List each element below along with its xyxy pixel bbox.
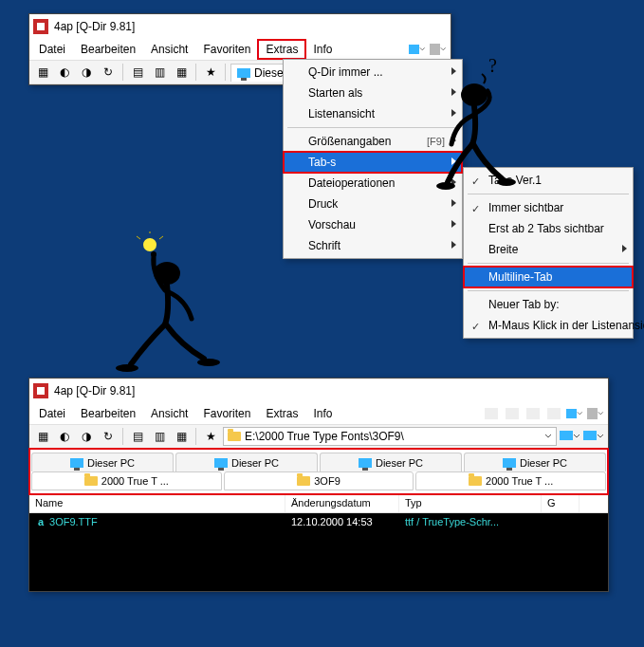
- svg-line-7: [159, 236, 163, 239]
- menu-item[interactable]: Druck: [284, 194, 462, 214]
- tb-grid-2[interactable]: ▥: [150, 63, 169, 82]
- address-text: E:\2000 True Type Fonts\3OF9\: [245, 430, 404, 443]
- figure-idea: [112, 231, 226, 383]
- menu-item[interactable]: Erst ab 2 Tabs sichtbar: [464, 218, 633, 239]
- menu-info[interactable]: Info: [305, 404, 340, 423]
- tb-nav-back[interactable]: ◐: [55, 63, 74, 82]
- list-header: NameÄnderungsdatumTypG: [29, 494, 608, 513]
- tb-grid-1[interactable]: ▤: [128, 63, 147, 82]
- drive-pick-icon[interactable]: [560, 430, 580, 443]
- tb-nav-fwd[interactable]: ◑: [77, 427, 96, 446]
- menu-favoriten[interactable]: Favoriten: [195, 40, 258, 59]
- app-icon: [33, 383, 48, 398]
- menu-bearbeiten[interactable]: Bearbeiten: [73, 404, 143, 423]
- menubar: Datei Bearbeiten Ansicht Favoriten Extra…: [29, 39, 451, 60]
- svg-point-11: [197, 359, 220, 366]
- tb-grid-2[interactable]: ▥: [150, 427, 169, 446]
- monitor-icon: [237, 68, 250, 78]
- tb-grid-1[interactable]: ▤: [128, 427, 147, 446]
- menu-item[interactable]: Q-Dir immer ...: [284, 62, 462, 83]
- tab-dieser-pc[interactable]: Diese: [230, 64, 290, 82]
- menu-extras[interactable]: Extras: [258, 404, 305, 423]
- drive-pick-2-icon[interactable]: [583, 430, 604, 443]
- menu-info[interactable]: Info: [305, 40, 340, 59]
- titlebar: 4ap [Q-Dir 9.81]: [29, 14, 451, 39]
- layout-2-icon[interactable]: [504, 405, 521, 422]
- column-size[interactable]: G: [542, 495, 580, 512]
- monitor-icon: [70, 458, 83, 468]
- column-type[interactable]: Typ: [399, 495, 542, 512]
- layout-3-icon[interactable]: [524, 405, 542, 422]
- svg-point-2: [436, 182, 455, 190]
- folder-icon: [469, 476, 482, 486]
- svg-point-10: [116, 364, 138, 372]
- tb-grid-3[interactable]: ▦: [172, 63, 191, 82]
- tab[interactable]: Dieser PC: [31, 453, 174, 471]
- monitor-icon: [214, 458, 228, 468]
- menu-item[interactable]: Tab-s: [284, 152, 462, 173]
- tb-star[interactable]: ★: [201, 63, 220, 82]
- layout-1-icon[interactable]: [483, 405, 500, 422]
- column-name[interactable]: Name: [29, 495, 285, 512]
- menu-item[interactable]: Vorschau: [284, 214, 462, 235]
- tb-nav-back[interactable]: ◐: [55, 427, 74, 446]
- monitor-icon: [359, 458, 372, 468]
- menu-favoriten[interactable]: Favoriten: [195, 404, 258, 423]
- menu-bearbeiten[interactable]: Bearbeiten: [73, 40, 143, 59]
- menu-datei[interactable]: Datei: [31, 404, 73, 423]
- svg-line-6: [137, 236, 140, 239]
- menubar: Datei Bearbeiten Ansicht Favoriten Extra…: [29, 403, 608, 424]
- window-title: 4ap [Q-Dir 9.81]: [54, 20, 135, 33]
- tab[interactable]: Dieser PC: [464, 453, 606, 471]
- menu-item[interactable]: Listenansicht: [284, 103, 462, 124]
- address-bar[interactable]: E:\2000 True Type Fonts\3OF9\: [223, 427, 557, 446]
- menu-item[interactable]: Multiline-Tab: [464, 267, 633, 287]
- tb-grid-3[interactable]: ▦: [172, 427, 191, 446]
- layout-4-icon[interactable]: [545, 405, 562, 422]
- menu-ansicht[interactable]: Ansicht: [143, 40, 195, 59]
- tab[interactable]: 2000 True T ...: [31, 471, 222, 490]
- svg-point-4: [143, 238, 156, 251]
- save-icon[interactable]: [430, 41, 447, 58]
- figure-thinking: ?: [436, 57, 522, 199]
- svg-text:?: ?: [488, 57, 497, 76]
- menu-item[interactable]: M-Maus Klick in der Listenansic: [464, 315, 633, 336]
- folder-icon: [84, 476, 98, 486]
- list-body[interactable]: a 3OF9.TTF12.10.2000 14:53ttf / TrueType…: [29, 513, 608, 591]
- save-icon[interactable]: [587, 405, 604, 422]
- menu-item[interactable]: Größenangaben[F9]: [284, 131, 462, 152]
- tb-nav-fwd[interactable]: ◑: [77, 63, 96, 82]
- window-title: 4ap [Q-Dir 9.81]: [54, 384, 135, 397]
- tab[interactable]: Dieser PC: [175, 453, 318, 471]
- tab[interactable]: 3OF9: [224, 471, 414, 490]
- tb-refresh[interactable]: ↻: [99, 63, 118, 82]
- folder-icon: [228, 432, 241, 441]
- menu-extras[interactable]: Extras: [258, 40, 305, 59]
- titlebar: 4ap [Q-Dir 9.81]: [29, 379, 608, 403]
- menu-item[interactable]: Starten als: [284, 83, 462, 103]
- tb-star[interactable]: ★: [201, 427, 220, 446]
- menu-ansicht[interactable]: Ansicht: [143, 404, 195, 423]
- svg-point-9: [151, 251, 156, 257]
- app-icon: [33, 19, 48, 34]
- menu-item[interactable]: Immer sichtbar: [464, 197, 633, 218]
- menu-item[interactable]: Neuer Tab by:: [464, 294, 633, 315]
- menu-item[interactable]: Breite: [464, 239, 633, 260]
- tab[interactable]: Dieser PC: [320, 453, 462, 471]
- tb-refresh[interactable]: ↻: [99, 427, 118, 446]
- svg-point-3: [497, 178, 516, 186]
- window-qdir-bottom: 4ap [Q-Dir 9.81] Datei Bearbeiten Ansich…: [28, 378, 609, 592]
- monitor-icon: [503, 458, 516, 468]
- table-row[interactable]: a 3OF9.TTF12.10.2000 14:53ttf / TrueType…: [29, 513, 608, 530]
- menu-item[interactable]: Dateioperationen: [284, 173, 462, 194]
- tb-pane-1[interactable]: ▦: [33, 427, 52, 446]
- menu-item[interactable]: Schrift: [284, 235, 462, 256]
- layout-picker-icon[interactable]: [566, 405, 583, 422]
- svg-point-1: [461, 83, 488, 106]
- layout-icon[interactable]: [409, 41, 426, 58]
- column-date[interactable]: Änderungsdatum: [285, 495, 399, 512]
- tab[interactable]: 2000 True T ...: [415, 471, 606, 490]
- font-file-icon: a: [35, 516, 46, 527]
- tb-pane-1[interactable]: ▦: [33, 63, 52, 82]
- menu-datei[interactable]: Datei: [31, 40, 73, 59]
